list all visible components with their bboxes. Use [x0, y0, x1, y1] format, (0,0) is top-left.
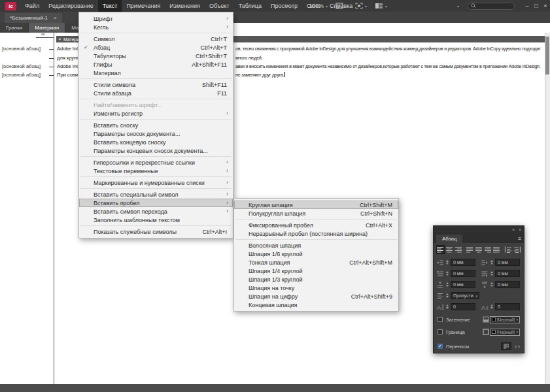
first-line-indent-stepper[interactable] [445, 271, 449, 276]
collapse-triangle-icon[interactable]: ▼ [58, 37, 61, 41]
menu-item-character[interactable]: СимволCtrl+T [79, 35, 233, 43]
menu-item-fill-placeholder-text[interactable]: Заполнить шаблонным текстом [79, 216, 233, 224]
search-input[interactable] [468, 3, 515, 10]
menu-item-insert-break-character[interactable]: Вставить символ перехода› [79, 207, 233, 216]
justify-all-button[interactable] [492, 245, 501, 254]
tab-galley[interactable]: Гранки [0, 23, 29, 33]
menu-item-paragraph[interactable]: ✓АбзацCtrl+Alt+T [79, 43, 233, 52]
galley-text-line[interactable]: Adobe InCo [57, 63, 78, 70]
panel-close-icon[interactable]: × [519, 227, 521, 232]
align-right-button[interactable] [454, 245, 462, 254]
space-after-field[interactable]: 0 мм [495, 281, 520, 288]
justify-last-left-button[interactable] [466, 245, 474, 254]
menu-item-character-styles[interactable]: Стили символаShift+F11 [79, 80, 233, 89]
drop-cap-characters-field[interactable]: 0 [495, 303, 520, 310]
submenu-item-en-space[interactable]: Полукруглая шпацияCtrl+Shift+N [234, 209, 398, 218]
close-button[interactable]: × [541, 3, 550, 9]
submenu-item-quarter-space[interactable]: Шпация 1/4 круглой [234, 267, 398, 275]
drop-cap-characters-stepper[interactable] [489, 304, 494, 309]
menu-item-insert-white-space[interactable]: Вставить пробел› [79, 199, 233, 207]
scrollbar-thumb[interactable] [545, 37, 549, 74]
shading-color-dropdown[interactable]: [Черный]▾ [490, 316, 520, 323]
workspace-chevron-icon[interactable]: ▾ [457, 4, 459, 8]
submenu-item-sixth-space[interactable]: Шпация 1/6 круглой [234, 250, 398, 258]
galley-text-line[interactable]: При совмес [57, 72, 78, 78]
galley-text-line[interactable]: для крупны [57, 55, 78, 61]
panel-resize-grip[interactable] [515, 346, 520, 348]
panel-collapse-icon[interactable]: » [512, 227, 515, 232]
menu-item-show-hidden-characters[interactable]: Показать служебные символыCtrl+Alt+I [79, 227, 233, 236]
menu-table[interactable]: Таблица [234, 0, 266, 12]
style-column-divider[interactable] [54, 33, 54, 384]
document-tab[interactable]: *Безымянный-1 × [5, 13, 62, 23]
align-toward-spine-button[interactable] [504, 245, 513, 254]
space-before-field[interactable]: 0 мм [451, 281, 475, 288]
menu-item-insert-special-character[interactable]: Вставить специальный символ› [79, 190, 233, 199]
submenu-item-punctuation-space[interactable]: Шпация на точку [234, 284, 398, 292]
menu-item-size[interactable]: Кегль› [79, 23, 233, 31]
menu-item-footnote-options[interactable]: Параметры сносок документа... [79, 129, 233, 138]
drop-cap-lines-stepper[interactable] [445, 304, 449, 309]
menu-item-hyperlinks[interactable]: Гиперссылки и перекрестные ссылки› [79, 158, 233, 167]
menu-type[interactable]: Текст [98, 0, 122, 12]
submenu-item-nonbreaking-space[interactable]: Фиксированный пробелCtrl+Alt+X [234, 221, 398, 229]
menu-object[interactable]: Объект [205, 0, 234, 12]
arrange-documents-button[interactable]: ▾ [375, 3, 389, 9]
last-line-indent-stepper[interactable] [489, 271, 494, 276]
border-color-dropdown[interactable]: [Черный]▾ [490, 329, 520, 336]
border-checkbox[interactable] [438, 329, 443, 335]
right-indent-field[interactable]: 0 мм [495, 259, 520, 266]
shading-checkbox[interactable] [438, 317, 443, 322]
menu-item-tabs[interactable]: ТабуляторыCtrl+Shift+T [79, 52, 233, 60]
menu-edit[interactable]: Редактирование [44, 0, 98, 12]
first-line-indent-field[interactable]: 0 мм [451, 270, 475, 277]
menu-item-font[interactable]: Шрифт› [79, 14, 233, 23]
view-options-button[interactable]: ▾ [335, 3, 349, 9]
right-indent-stepper[interactable] [489, 260, 494, 265]
submenu-item-flush-space[interactable]: Концевая шпация [234, 301, 398, 309]
space-after-stepper[interactable] [489, 282, 494, 287]
menu-file[interactable]: Файл [20, 0, 44, 12]
menu-item-text-variables[interactable]: Текстовые переменные› [79, 167, 233, 175]
submenu-item-figure-space[interactable]: Шпация на цифруCtrl+Alt+Shift+9 [234, 292, 398, 301]
align-away-from-spine-button[interactable] [513, 245, 521, 254]
menu-item-paragraph-styles[interactable]: Стили абзацаF11 [79, 89, 233, 97]
chevron-down-icon[interactable]: ▾ [326, 4, 328, 8]
panel-tab-paragraph[interactable]: Абзац [436, 235, 462, 243]
maximize-button[interactable]: □ [532, 3, 541, 9]
zoom-level[interactable]: 100% [309, 3, 324, 9]
hyphenate-checkbox[interactable]: ✓ [438, 344, 443, 349]
hyphenation-settings-icon[interactable] [501, 342, 511, 350]
menu-item-bulleted-numbered-lists[interactable]: Маркированные и нумерованные списки› [79, 178, 233, 187]
menu-item-insert-footnote[interactable]: Вставить сноску [79, 121, 233, 129]
justify-last-center-button[interactable] [475, 245, 483, 254]
screen-mode-button[interactable]: ▾ [355, 3, 369, 9]
space-between-styles-dropdown[interactable]: Пропусти▾ [451, 292, 479, 299]
galley-text-line[interactable]: авки и вносить изменения в макет докумен… [235, 63, 543, 70]
panel-menu-icon[interactable]: ≡ [518, 235, 521, 242]
submenu-item-nonbreaking-space-fixed[interactable]: Неразрывный пробел (постоянная ширина) [234, 229, 398, 238]
menu-item-endnote-options[interactable]: Параметры концевых сносок документа... [79, 146, 233, 155]
menu-view[interactable]: Просмотр [266, 0, 302, 12]
galley-text-line[interactable]: много людей. [235, 55, 543, 61]
vertical-scrollbar[interactable] [545, 33, 550, 384]
submenu-item-third-space[interactable]: Шпация 1/3 круглой [234, 275, 398, 284]
minimize-button[interactable]: – [523, 3, 532, 9]
menu-item-change-case[interactable]: Изменить регистр› [79, 109, 233, 118]
submenu-item-hair-space[interactable]: Волосяная шпация [234, 241, 398, 250]
submenu-item-em-space[interactable]: Круглая шпацияCtrl+Shift+M [234, 201, 398, 209]
space-between-styles-stepper[interactable] [445, 293, 449, 298]
drop-cap-lines-field[interactable]: 0 [451, 303, 475, 310]
menu-changes[interactable]: Изменения [165, 0, 205, 12]
galley-text-line[interactable]: ов, тесно связанная с программой Adobe I… [235, 46, 543, 52]
menu-item-story[interactable]: Материал [79, 69, 233, 77]
last-line-indent-field[interactable]: 0 мм [495, 270, 520, 277]
menu-item-insert-endnote[interactable]: Вставить концевую сноску [79, 138, 233, 146]
galley-text-line[interactable]: не заменяют друг друга. [235, 72, 543, 78]
menu-notes[interactable]: Примечания [122, 0, 165, 12]
align-left-button[interactable] [436, 245, 445, 254]
tab-story[interactable]: Материал [29, 23, 65, 33]
tab-close-icon[interactable]: × [54, 15, 57, 21]
menu-item-glyphs[interactable]: ГлифыAlt+Shift+F11 [79, 60, 233, 69]
submenu-item-thin-space[interactable]: Тонкая шпацияCtrl+Alt+Shift+M [234, 258, 398, 267]
